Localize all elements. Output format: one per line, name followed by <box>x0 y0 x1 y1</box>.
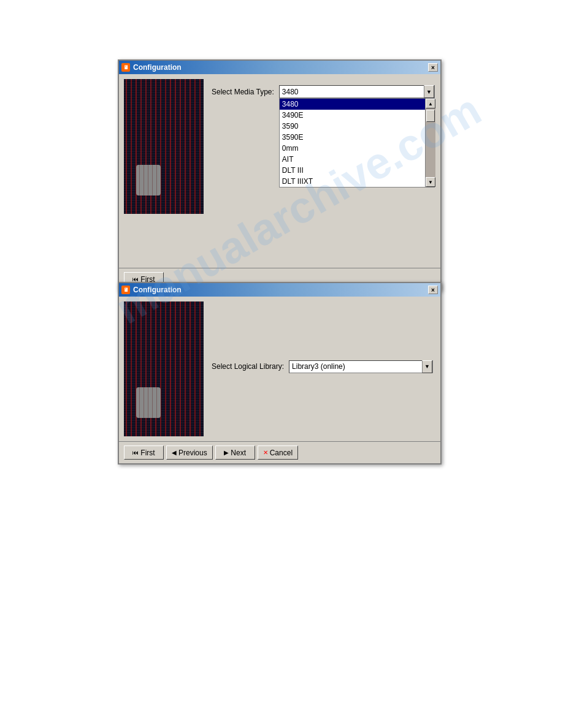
media-type-value: 3480 <box>280 86 424 97</box>
dialog-2-footer: ⏮ First ◀ Previous ▶ Next ✕ Cancel <box>119 441 440 463</box>
dialog-1-title: 🖥 Configuration <box>121 63 182 72</box>
dialog-2-cancel-button[interactable]: ✕ Cancel <box>258 446 298 460</box>
tape-library-image-2 <box>124 301 204 436</box>
library-arrow[interactable]: ▼ <box>422 360 432 373</box>
library-label: Select Logical Library: <box>212 362 284 371</box>
dialog-2-titlebar: 🖥 Configuration × <box>119 283 440 297</box>
dropdown-item-dlt3xt[interactable]: DLT IIIXT <box>280 176 425 187</box>
dropdown-item-0mm[interactable]: 0mm <box>280 143 425 154</box>
media-type-dropdown-open: 3480 3490E 3590 3590E 0mm AIT DLT III DL… <box>279 98 435 188</box>
dialog-2-close-button[interactable]: × <box>428 286 438 294</box>
dropdown-item-3590e[interactable]: 3590E <box>280 132 425 143</box>
dialog-2-icon: 🖥 <box>121 286 130 294</box>
dialog-1-form: Select Media Type: 3480 ▼ 3480 3490E <box>209 79 438 214</box>
tape-image-inner <box>124 79 204 214</box>
dialog-2-previous-button[interactable]: ◀ Previous <box>166 446 213 460</box>
scrollbar-track <box>426 108 435 177</box>
dialog-1-content: Select Media Type: 3480 ▼ 3480 3490E <box>119 74 440 219</box>
first-btn-icon-2: ⏮ <box>132 449 139 456</box>
dialog-1-icon: 🖥 <box>121 63 130 72</box>
library-row: Select Logical Library: Library3 (online… <box>212 360 433 373</box>
dialog-2-form: Select Logical Library: Library3 (online… <box>209 301 436 436</box>
page: manualarchive.com 🖥 Configuration × Sel <box>0 0 563 728</box>
media-type-dropdown-wrapper: 3480 ▼ 3480 3490E 3590 3590E 0mm AIT <box>279 85 435 98</box>
dialog-1-image-panel <box>124 79 204 214</box>
dialog-2-next-button[interactable]: ▶ Next <box>215 446 255 460</box>
scrollbar-thumb[interactable] <box>426 110 435 122</box>
cancel-icon: ✕ <box>263 449 268 456</box>
dropdown-scrollbar: ▲ ▼ <box>425 98 435 188</box>
first-btn-label-2: First <box>140 449 155 457</box>
dialog-1-titlebar: 🖥 Configuration × <box>119 61 440 74</box>
dropdown-items-container: 3480 3490E 3590 3590E 0mm AIT DLT III DL… <box>279 98 425 188</box>
tape-library-image <box>124 79 204 214</box>
dialog-2-title: 🖥 Configuration <box>121 286 182 294</box>
media-type-label: Select Media Type: <box>212 88 274 96</box>
media-type-arrow[interactable]: ▼ <box>424 85 434 98</box>
previous-icon: ◀ <box>172 449 177 456</box>
dropdown-item-3480[interactable]: 3480 <box>280 99 425 110</box>
library-value: Library3 (online) <box>289 361 422 373</box>
dialog-2-first-button[interactable]: ⏮ First <box>124 446 164 460</box>
dropdown-item-3490e[interactable]: 3490E <box>280 110 425 121</box>
dialog-2-content: Select Logical Library: Library3 (online… <box>119 297 440 441</box>
dialog-1: 🖥 Configuration × Select Media Type: <box>118 59 442 291</box>
next-icon: ▶ <box>224 449 229 456</box>
dialog-1-close-button[interactable]: × <box>428 63 438 72</box>
dialog-1-title-text: Configuration <box>133 63 182 72</box>
dropdown-item-dlt3[interactable]: DLT III <box>280 165 425 176</box>
dialog-2-title-text: Configuration <box>133 286 182 294</box>
next-label: Next <box>231 449 246 457</box>
dialog-2: 🖥 Configuration × Select Logical Library… <box>118 282 442 464</box>
tape-image-inner-2 <box>124 301 204 436</box>
scrollbar-down-btn[interactable]: ▼ <box>426 177 435 187</box>
previous-label: Previous <box>178 449 207 457</box>
dialog-2-image-panel <box>124 301 204 436</box>
dropdown-item-ait[interactable]: AIT <box>280 154 425 165</box>
media-type-select[interactable]: 3480 ▼ <box>279 85 435 98</box>
media-type-row: Select Media Type: 3480 ▼ 3480 3490E <box>212 85 435 98</box>
dropdown-item-3590[interactable]: 3590 <box>280 121 425 132</box>
library-select[interactable]: Library3 (online) ▼ <box>289 360 433 373</box>
scrollbar-up-btn[interactable]: ▲ <box>426 99 435 108</box>
cancel-label: Cancel <box>270 449 293 457</box>
